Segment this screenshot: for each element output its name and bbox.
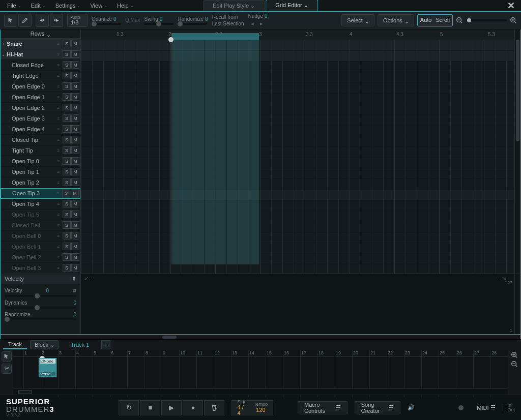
grid-row[interactable]: [81, 40, 514, 51]
track-row[interactable]: Open Edge 3≡SM: [1, 113, 80, 124]
mute-button[interactable]: M: [71, 82, 79, 90]
solo-button[interactable]: S: [63, 125, 71, 133]
mute-button[interactable]: M: [71, 125, 79, 133]
solo-button[interactable]: S: [63, 61, 71, 69]
grid-row[interactable]: [81, 72, 514, 83]
grid-row[interactable]: [81, 158, 514, 168]
track-row[interactable]: ›Snare≡SM: [1, 39, 80, 49]
record-button[interactable]: ●: [183, 400, 203, 415]
track-row[interactable]: Open Tip 3≡SM: [1, 188, 80, 199]
solo-button[interactable]: S: [63, 136, 71, 143]
midi-clip-verse[interactable]: ☑None Verse: [39, 358, 56, 377]
track-row[interactable]: Open Edge 1≡SM: [1, 92, 80, 103]
quantize-grid-dropdown[interactable]: Auto 1/8: [67, 14, 88, 27]
mute-button[interactable]: M: [71, 146, 79, 154]
solo-button[interactable]: S: [63, 114, 71, 122]
grid-row[interactable]: [81, 104, 514, 115]
track-row[interactable]: Open Edge 2≡SM: [1, 103, 80, 113]
track-row[interactable]: Closed Bell≡SM: [1, 220, 80, 231]
solo-button[interactable]: S: [63, 50, 71, 58]
menu-file[interactable]: File⌄: [3, 2, 26, 10]
select-dropdown[interactable]: Select⌄: [341, 14, 374, 26]
velocity-lane[interactable]: ↙⋯ ⋯↘ 127 1: [81, 274, 514, 334]
metronome-button[interactable]: [204, 400, 224, 415]
grid-row[interactable]: [81, 190, 514, 200]
solo-button[interactable]: S: [63, 178, 71, 186]
mute-button[interactable]: M: [71, 40, 79, 47]
grid-row[interactable]: [81, 51, 514, 62]
add-track-button[interactable]: +: [101, 340, 110, 349]
solo-button[interactable]: S: [62, 190, 70, 197]
mute-button[interactable]: M: [71, 114, 79, 122]
popout-icon[interactable]: ⧉: [73, 288, 76, 294]
track-row[interactable]: Open Tip 4≡SM: [1, 199, 80, 209]
close-button[interactable]: ✕: [504, 0, 518, 11]
swing-slider[interactable]: [144, 23, 173, 25]
solo-button[interactable]: S: [63, 82, 71, 90]
track-row[interactable]: Open Bell 1≡SM: [1, 242, 80, 252]
play-head-marker[interactable]: [168, 37, 173, 42]
track-row[interactable]: Open Edge 4≡SM: [1, 124, 80, 135]
block-dropdown[interactable]: Block⌄: [30, 340, 59, 349]
macro-controls-button[interactable]: Macro Controls☰: [298, 401, 348, 414]
song-timeline[interactable]: 1234567891011121314151617181920212223242…: [13, 350, 508, 395]
stop-button[interactable]: ■: [140, 400, 160, 415]
velocity-scrollbar[interactable]: [514, 274, 520, 334]
mute-button[interactable]: M: [71, 168, 79, 175]
grid-row[interactable]: [81, 200, 514, 211]
mute-button[interactable]: M: [71, 190, 79, 197]
mute-button[interactable]: M: [71, 104, 79, 111]
track-row[interactable]: Open Tip 1≡SM: [1, 167, 80, 177]
grid-row[interactable]: [81, 83, 514, 94]
grid-row[interactable]: [81, 254, 514, 264]
solo-button[interactable]: S: [63, 232, 71, 239]
solo-button[interactable]: S: [63, 243, 71, 250]
track-row[interactable]: Open Bell 0≡SM: [1, 231, 80, 242]
tv-cut-tool[interactable]: ✂: [2, 364, 12, 374]
song-minimap[interactable]: [13, 388, 508, 395]
mute-button[interactable]: M: [71, 232, 79, 239]
mute-button[interactable]: M: [71, 157, 79, 165]
options-dropdown[interactable]: Options⌄: [378, 14, 414, 26]
grid-row[interactable]: [81, 62, 514, 72]
grid-row[interactable]: [81, 136, 514, 147]
track-row[interactable]: Open Bell 2≡SM: [1, 252, 80, 263]
mute-button[interactable]: M: [71, 211, 79, 218]
mute-button[interactable]: M: [71, 50, 79, 58]
dynamics-slider[interactable]: [5, 307, 76, 309]
track-tab[interactable]: Track: [3, 340, 27, 349]
solo-button[interactable]: S: [63, 221, 71, 229]
solo-button[interactable]: S: [63, 200, 71, 207]
horizontal-scrollbar[interactable]: [81, 335, 520, 339]
track-row[interactable]: Open Tip 5≡SM: [1, 209, 80, 220]
speaker-icon[interactable]: 🔊: [408, 404, 415, 411]
grid-area[interactable]: 1.322.333.344.355.3: [81, 29, 514, 274]
grid-row[interactable]: [81, 232, 514, 243]
track-row[interactable]: Open Bell 3≡SM: [1, 263, 80, 274]
mute-button[interactable]: M: [71, 253, 79, 261]
velocity-slider[interactable]: [5, 295, 76, 297]
menu-settings[interactable]: Settings⌄: [51, 2, 85, 10]
track-row[interactable]: ⌄Hi-Hat≡SM: [1, 49, 80, 60]
randomize-slider[interactable]: [178, 23, 207, 25]
grid-row[interactable]: [81, 264, 514, 274]
grid-row[interactable]: [81, 222, 514, 232]
track-row[interactable]: Tight Edge≡SM: [1, 71, 80, 81]
pencil-tool[interactable]: [18, 14, 32, 27]
menu-help[interactable]: Help⌄: [113, 2, 138, 10]
mute-button[interactable]: M: [71, 61, 79, 69]
next-button[interactable]: •▸: [50, 14, 63, 27]
zoom-out-icon[interactable]: [456, 17, 463, 24]
grid-row[interactable]: [81, 147, 514, 158]
solo-button[interactable]: S: [63, 264, 71, 272]
solo-button[interactable]: S: [63, 104, 71, 111]
song-creator-button[interactable]: Song Creator☰: [355, 401, 401, 414]
tab-grid-editor[interactable]: Grid Editor ⌄: [266, 0, 318, 11]
tv-zoom-in-icon[interactable]: [511, 351, 518, 358]
grid-row[interactable]: [81, 179, 514, 190]
solo-button[interactable]: S: [63, 40, 71, 47]
grid-row[interactable]: [81, 211, 514, 222]
track-row[interactable]: Open Tip 0≡SM: [1, 156, 80, 167]
nudge-fwd[interactable]: ▸: [257, 20, 266, 28]
tab-edit-play-style[interactable]: Edit Play Style ⌄: [203, 0, 265, 11]
